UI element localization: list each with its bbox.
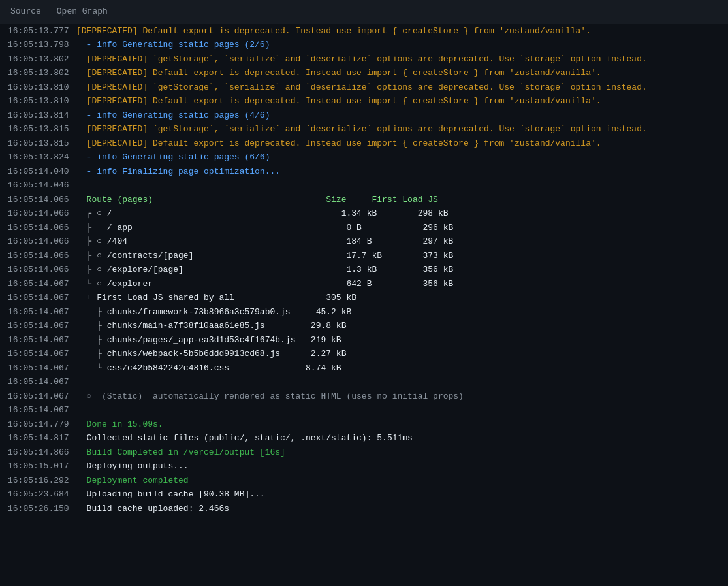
log-content: Route (pages) Size First Load JS — [76, 193, 720, 206]
log-timestamp: 16:05:13.815 — [8, 137, 76, 150]
log-timestamp: 16:05:13.798 — [8, 39, 76, 52]
log-container: 16:05:13.777[DEPRECATED] Default export … — [0, 24, 728, 516]
log-line: 16:05:13.815 [DEPRECATED] Default export… — [0, 137, 728, 151]
log-timestamp: 16:05:14.066 — [8, 235, 76, 248]
log-content: [DEPRECATED] `getStorage`, `serialize` a… — [76, 53, 720, 66]
log-timestamp: 16:05:14.067 — [8, 348, 76, 361]
log-line: 16:05:13.814 - info Generating static pa… — [0, 108, 728, 123]
log-line: 16:05:14.067 └ ○ /explorer 642 B 356 kB — [0, 277, 728, 291]
log-line: 16:05:14.046 — [0, 178, 728, 193]
log-line: 16:05:23.684 Uploading build cache [90.3… — [0, 487, 728, 502]
log-content: ├ ○ /contracts/[page] 17.7 kB 373 kB — [76, 250, 720, 263]
top-bar: Source Open Graph — [0, 0, 728, 24]
open-graph-tab[interactable]: Open Graph — [54, 4, 110, 20]
log-content — [76, 179, 720, 192]
log-content: Collected static files (public/, static/… — [76, 432, 720, 445]
log-timestamp: 16:05:14.067 — [8, 376, 76, 389]
log-line: 16:05:13.802 [DEPRECATED] Default export… — [0, 66, 728, 80]
log-line: 16:05:14.040 - info Finalizing page opti… — [0, 165, 728, 179]
log-content: Build cache uploaded: 2.466s — [76, 502, 720, 515]
log-timestamp: 16:05:15.017 — [8, 460, 76, 473]
log-line: 16:05:14.779 Done in 15.09s. — [0, 417, 728, 432]
log-timestamp: 16:05:13.802 — [8, 67, 76, 80]
log-content: Uploading build cache [90.38 MB]... — [76, 488, 720, 501]
log-line: 16:05:16.292 Deployment completed — [0, 474, 728, 488]
log-timestamp: 16:05:14.067 — [8, 306, 76, 319]
log-timestamp: 16:05:14.040 — [8, 165, 76, 178]
log-timestamp: 16:05:13.815 — [8, 123, 76, 136]
log-timestamp: 16:05:13.810 — [8, 95, 76, 108]
log-line: 16:05:14.066 ├ ○ /404 184 B 297 kB — [0, 235, 728, 249]
log-timestamp: 16:05:14.066 — [8, 250, 76, 263]
log-timestamp: 16:05:14.067 — [8, 291, 76, 304]
log-content: [DEPRECATED] Default export is deprecate… — [76, 137, 720, 150]
log-content: [DEPRECATED] Default export is deprecate… — [76, 67, 720, 80]
log-timestamp: 16:05:14.066 — [8, 193, 76, 206]
log-timestamp: 16:05:14.066 — [8, 221, 76, 235]
log-line: 16:05:14.067 — [0, 403, 728, 417]
log-content: [DEPRECATED] Default export is deprecate… — [76, 25, 720, 38]
log-line: 16:05:14.066 ├ /_app 0 B 296 kB — [0, 221, 728, 235]
log-timestamp: 16:05:14.066 — [8, 207, 76, 220]
log-line: 16:05:15.017 Deploying outputs... — [0, 459, 728, 474]
log-content: └ css/c42b5842242c4816.css 8.74 kB — [76, 362, 720, 375]
log-line: 16:05:13.777[DEPRECATED] Default export … — [0, 24, 728, 39]
log-line: 16:05:14.067 + First Load JS shared by a… — [0, 291, 728, 305]
log-timestamp: 16:05:14.817 — [8, 432, 76, 445]
log-line: 16:05:14.066 Route (pages) Size First Lo… — [0, 193, 728, 207]
log-line: 16:05:14.866 Build Completed in /vercel/… — [0, 446, 728, 460]
log-timestamp: 16:05:14.046 — [8, 179, 76, 192]
log-timestamp: 16:05:14.067 — [8, 334, 76, 347]
log-timestamp: 16:05:16.292 — [8, 474, 76, 487]
log-content — [76, 376, 720, 389]
log-line: 16:05:26.150 Build cache uploaded: 2.466… — [0, 502, 728, 516]
log-content: └ ○ /explorer 642 B 356 kB — [76, 278, 720, 291]
log-line: 16:05:14.066 ├ ○ /explore/[page] 1.3 kB … — [0, 263, 728, 277]
log-timestamp: 16:05:14.067 — [8, 362, 76, 375]
log-content: - info Finalizing page optimization... — [76, 165, 720, 178]
log-timestamp: 16:05:14.866 — [8, 446, 76, 459]
log-timestamp: 16:05:13.810 — [8, 81, 76, 94]
log-content: [DEPRECATED] `getStorage`, `serialize` a… — [76, 81, 720, 94]
log-timestamp: 16:05:13.802 — [8, 53, 76, 66]
log-line: 16:05:14.817 Collected static files (pub… — [0, 431, 728, 446]
log-content: ┌ ○ / 1.34 kB 298 kB — [76, 207, 720, 220]
log-line: 16:05:14.067 — [0, 375, 728, 389]
log-line: 16:05:13.802 [DEPRECATED] `getStorage`, … — [0, 52, 728, 67]
log-timestamp: 16:05:14.779 — [8, 418, 76, 431]
log-timestamp: 16:05:13.777 — [8, 25, 76, 38]
log-content: ├ chunks/webpack-5b5b6ddd9913cd68.js 2.2… — [76, 348, 720, 361]
log-content: Deployment completed — [76, 474, 720, 487]
log-content: - info Generating static pages (2/6) — [76, 39, 720, 52]
log-line: 16:05:13.810 [DEPRECATED] `getStorage`, … — [0, 80, 728, 95]
log-content: ├ ○ /explore/[page] 1.3 kB 356 kB — [76, 263, 720, 276]
log-timestamp: 16:05:14.067 — [8, 319, 76, 333]
log-line: 16:05:14.067 └ css/c42b5842242c4816.css … — [0, 361, 728, 376]
log-content: ├ /_app 0 B 296 kB — [76, 221, 720, 235]
log-content: [DEPRECATED] `getStorage`, `serialize` a… — [76, 123, 720, 136]
log-line: 16:05:14.066 ┌ ○ / 1.34 kB 298 kB — [0, 206, 728, 221]
log-line: 16:05:13.798 - info Generating static pa… — [0, 38, 728, 52]
log-line: 16:05:14.067 ├ chunks/webpack-5b5b6ddd99… — [0, 347, 728, 361]
log-line: 16:05:14.067 ├ chunks/pages/_app-ea3d1d5… — [0, 333, 728, 348]
log-content: Build Completed in /vercel/output [16s] — [76, 446, 720, 459]
log-timestamp: 16:05:26.150 — [8, 502, 76, 515]
log-content: [DEPRECATED] Default export is deprecate… — [76, 95, 720, 108]
log-content: ○ (Static) automatically rendered as sta… — [76, 390, 720, 403]
log-timestamp: 16:05:14.067 — [8, 278, 76, 291]
log-line: 16:05:14.067 ├ chunks/framework-73b8966a… — [0, 305, 728, 319]
log-line: 16:05:13.810 [DEPRECATED] Default export… — [0, 94, 728, 108]
log-line: 16:05:14.067 ├ chunks/main-a7f38f10aaa61… — [0, 319, 728, 333]
log-content: ├ chunks/framework-73b8966a3c579ab0.js 4… — [76, 306, 720, 319]
log-timestamp: 16:05:14.066 — [8, 263, 76, 276]
log-content: ├ chunks/main-a7f38f10aaa61e85.js 29.8 k… — [76, 319, 720, 333]
log-line: 16:05:13.815 [DEPRECATED] `getStorage`, … — [0, 122, 728, 137]
log-content: Done in 15.09s. — [76, 418, 720, 431]
log-timestamp: 16:05:23.684 — [8, 488, 76, 501]
log-line: 16:05:14.067 ○ (Static) automatically re… — [0, 389, 728, 404]
source-tab[interactable]: Source — [8, 4, 44, 20]
log-content — [76, 404, 720, 417]
log-content: ├ ○ /404 184 B 297 kB — [76, 235, 720, 248]
log-timestamp: 16:05:14.067 — [8, 404, 76, 417]
log-content: + First Load JS shared by all 305 kB — [76, 291, 720, 304]
